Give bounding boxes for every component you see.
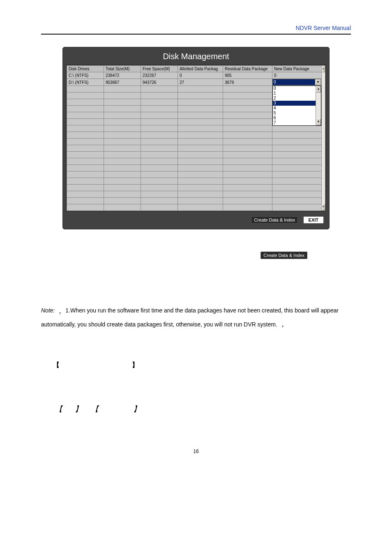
body-paragraph: Click 【Start】 → 【Control Panel】 , and th… <box>41 402 351 416</box>
combo-option[interactable]: 6 <box>273 116 316 120</box>
cell-total: 953867 <box>104 79 141 86</box>
note-body: 1.When you run the software first time a… <box>41 307 339 328</box>
table-row[interactable]: C:\ (NTFS) 238472 232267 0 905 0 <box>67 72 322 79</box>
panel-title: Disk Management <box>66 50 326 65</box>
combo-option[interactable]: 1 <box>273 91 316 96</box>
create-data-index-button-inline[interactable]: Create Data & Index <box>261 252 307 259</box>
body-paragraph: button to create. After creating data pa… <box>41 266 351 298</box>
cell-drive: C:\ (NTFS) <box>67 72 104 79</box>
cell-residual: 3679 <box>223 79 272 86</box>
cell-total: 238472 <box>104 72 141 79</box>
scroll-track[interactable] <box>322 72 325 204</box>
combo-option[interactable]: 7 <box>273 120 316 125</box>
table-row <box>67 171 322 178</box>
table-row <box>67 204 322 211</box>
scroll-up-icon[interactable]: ▴ <box>316 86 321 92</box>
section-heading: 1.5 【Un-Install DVR System】 <box>41 361 351 370</box>
col-residual: Residual Data Package <box>223 66 272 72</box>
combo-selected: 0 <box>273 79 315 85</box>
table-row <box>67 178 322 185</box>
table-row <box>67 191 322 198</box>
table-row <box>67 139 322 145</box>
cell-allotted: 27 <box>178 79 223 86</box>
cell-drive: D:\ (NTFS) <box>67 79 104 86</box>
col-free-space: Free Space(M) <box>141 66 178 72</box>
body-paragraph: Click Uninstall Hybrid NDVR in Start men… <box>41 375 351 396</box>
table-row <box>67 185 322 191</box>
doc-header-link: NDVR Server Manual <box>41 25 351 35</box>
exit-button[interactable]: EXIT <box>303 216 324 224</box>
note-label: Note: <box>41 307 55 314</box>
create-data-index-button[interactable]: Create Data & Index <box>251 216 298 224</box>
col-disk-drives: Disk Drives <box>67 66 104 72</box>
chevron-down-icon[interactable]: ▼ <box>315 79 321 85</box>
table-row <box>67 125 322 132</box>
note-paragraph: Note: ， 1.When you run the software firs… <box>41 304 351 331</box>
cell-residual: 905 <box>223 72 272 79</box>
disk-table: Disk Drives Total Size(M) Free Space(M) … <box>67 65 322 211</box>
combo-option[interactable]: 2 <box>273 96 316 101</box>
combo-option[interactable]: 4 <box>273 106 316 111</box>
disk-management-panel: Disk Management Disk Drives Total Size(M… <box>62 47 330 229</box>
combo-option[interactable]: 0 <box>273 86 316 91</box>
col-allotted: Allotted Data Packag <box>178 66 223 72</box>
table-row <box>67 145 322 152</box>
table-row <box>67 158 322 165</box>
table-row[interactable]: D:\ (NTFS) 953867 943726 27 3679 0 ▼ <box>67 79 322 86</box>
cell-newpkg-combo[interactable]: 0 ▼ 0 1 2 3 4 <box>272 79 322 86</box>
col-total-size: Total Size(M) <box>104 66 141 72</box>
table-row <box>67 152 322 158</box>
combo-option[interactable]: 3 <box>273 101 316 106</box>
cell-allotted: 0 <box>178 72 223 79</box>
combo-dropdown[interactable]: 0 1 2 3 4 5 6 7 <box>272 86 321 126</box>
col-new-package: New Data Package <box>272 66 322 72</box>
newpkg-combobox[interactable]: 0 ▼ <box>272 79 321 86</box>
page-number: 16 <box>41 449 351 454</box>
dropdown-scrollbar[interactable]: ▴ ▾ <box>316 86 321 125</box>
note-paragraph-2: 2.You'd better not create data packages … <box>41 338 351 349</box>
table-row <box>67 198 322 204</box>
table-row <box>67 165 322 171</box>
cell-free: 232267 <box>141 72 178 79</box>
body-paragraph: Select the value of new data package (on… <box>41 229 351 240</box>
table-header-row: Disk Drives Total Size(M) Free Space(M) … <box>67 66 322 72</box>
scroll-down-icon[interactable]: ▾ <box>322 204 325 210</box>
table-vscrollbar[interactable]: ▴ ▾ <box>322 65 325 211</box>
combo-option[interactable]: 5 <box>273 111 316 116</box>
scroll-up-icon[interactable]: ▴ <box>322 66 325 72</box>
scroll-track[interactable] <box>316 92 321 119</box>
cell-newpkg[interactable]: 0 <box>272 72 322 79</box>
scroll-down-icon[interactable]: ▾ <box>316 119 321 125</box>
table-row <box>67 132 322 139</box>
cell-free: 943726 <box>141 79 178 86</box>
